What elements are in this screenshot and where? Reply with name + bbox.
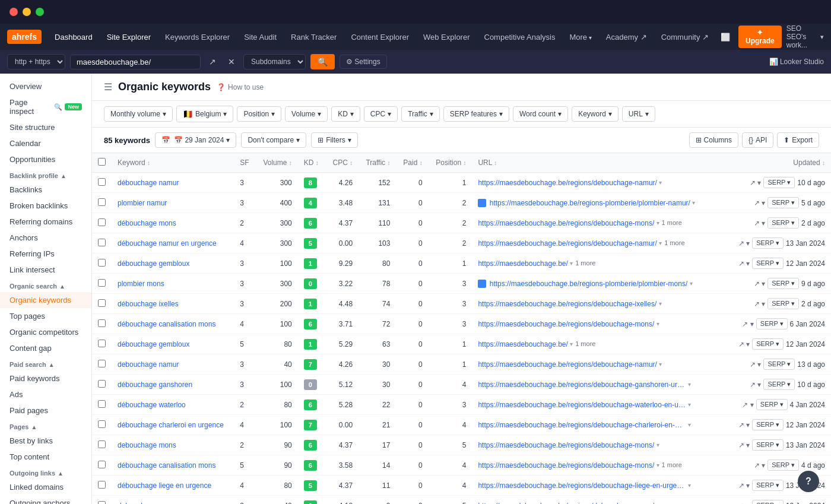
url-link[interactable]: https://maesdebouchage.be/regions/debouc… (478, 421, 686, 429)
position-header[interactable]: Position ↕ (429, 153, 472, 173)
word-count-filter[interactable]: Word count ▾ (513, 106, 568, 122)
serp-button[interactable]: SERP ▾ (756, 318, 788, 329)
sidebar-item-site-structure[interactable]: Site structure (0, 119, 91, 135)
serp-button[interactable]: SERP ▾ (767, 197, 799, 208)
keyword-link[interactable]: debouchage wc mons (118, 502, 187, 505)
row-checkbox-cell[interactable] (92, 233, 112, 253)
row-checkbox[interactable] (98, 299, 106, 307)
help-button[interactable]: ? (798, 471, 819, 492)
url-link[interactable]: https://maesdebouchage.be/regions-plombe… (490, 199, 690, 207)
sidebar-item-organic-keywords[interactable]: Organic keywords (0, 292, 91, 308)
keyword-link[interactable]: débouchage mons (118, 219, 176, 227)
url-dropdown[interactable]: ▾ (570, 341, 573, 347)
url-dropdown[interactable]: ▾ (570, 260, 573, 267)
traffic-light-red[interactable] (9, 8, 18, 16)
compare-button[interactable]: Don't compare ▾ (241, 132, 306, 148)
serp-button[interactable]: SERP ▾ (763, 379, 795, 390)
trend-button[interactable]: ↗ ▾ (738, 421, 750, 429)
row-checkbox[interactable] (98, 340, 106, 347)
sidebar-item-best-by-links[interactable]: Best by links (0, 433, 91, 449)
url-dropdown[interactable]: ▾ (688, 401, 691, 408)
row-checkbox-cell[interactable] (92, 415, 112, 435)
nav-keywords-explorer[interactable]: Keywords Explorer (159, 29, 236, 45)
sidebar-item-opportunities[interactable]: Opportunities (0, 151, 91, 167)
looker-studio-button[interactable]: 📊 Looker Studio (769, 58, 824, 66)
url-dropdown[interactable]: ▾ (688, 421, 691, 428)
trend-button[interactable]: ↗ ▾ (754, 461, 765, 470)
settings-button[interactable]: ⚙ Settings (340, 55, 387, 69)
sidebar-section-backlink[interactable]: Backlink profile ▲ (0, 167, 91, 182)
sidebar-item-organic-competitors[interactable]: Organic competitors (0, 324, 91, 340)
nav-site-explorer[interactable]: Site Explorer (101, 29, 157, 45)
serp-button[interactable]: SERP ▾ (752, 500, 784, 504)
more-link[interactable]: 1 more (662, 219, 682, 226)
nav-web-explorer[interactable]: Web Explorer (417, 29, 476, 45)
row-checkbox-cell[interactable] (92, 294, 112, 314)
sidebar-item-calendar[interactable]: Calendar (0, 135, 91, 151)
sidebar-item-referring-ips[interactable]: Referring IPs (0, 246, 91, 262)
row-checkbox[interactable] (98, 481, 106, 489)
row-checkbox-cell[interactable] (92, 173, 112, 193)
sidebar-item-link-intersect[interactable]: Link intersect (0, 262, 91, 278)
url-dropdown[interactable]: ▾ (690, 280, 693, 287)
row-checkbox-cell[interactable] (92, 435, 112, 455)
sidebar-item-paid-pages[interactable]: Paid pages (0, 402, 91, 419)
url-dropdown[interactable]: ▾ (688, 482, 691, 489)
row-checkbox[interactable] (98, 279, 106, 287)
serp-button[interactable]: SERP ▾ (763, 359, 795, 370)
serp-button[interactable]: SERP ▾ (756, 399, 788, 410)
serp-button[interactable]: SERP ▾ (752, 419, 784, 430)
serp-button[interactable]: SERP ▾ (752, 237, 784, 249)
volume-filter[interactable]: Volume ▾ (285, 106, 328, 122)
row-checkbox[interactable] (98, 239, 106, 246)
sidebar-item-top-pages[interactable]: Top pages (0, 308, 91, 324)
kd-filter[interactable]: KD ▾ (331, 106, 360, 122)
sidebar-item-referring-domains[interactable]: Referring domains (0, 214, 91, 230)
url-link[interactable]: https://maesdebouchage.be/regions/debouc… (478, 300, 656, 308)
cpc-header[interactable]: CPC ↕ (325, 153, 359, 173)
date-button[interactable]: 📅 📅 29 Jan 2024 ▾ (155, 132, 236, 148)
trend-button[interactable]: ↗ ▾ (738, 259, 750, 268)
url-link[interactable]: https://maesdebouchage.be/regions/debouc… (478, 381, 686, 389)
serp-button[interactable]: SERP ▾ (767, 298, 799, 309)
sidebar-section-paid[interactable]: Paid search ▲ (0, 356, 91, 370)
sidebar-item-paid-keywords[interactable]: Paid keywords (0, 370, 91, 386)
position-filter[interactable]: Position ▾ (237, 106, 281, 122)
row-checkbox[interactable] (98, 420, 106, 428)
sidebar-item-backlinks[interactable]: Backlinks (0, 182, 91, 198)
url-filter[interactable]: URL ▾ (622, 106, 655, 122)
trend-button[interactable]: ↗ ▾ (750, 360, 761, 369)
keyword-link[interactable]: plombier namur (118, 199, 167, 207)
row-checkbox-cell[interactable] (92, 375, 112, 395)
keyword-link[interactable]: débouchage gembloux (118, 340, 189, 348)
keyword-link[interactable]: débouchage charleroi en urgence (118, 421, 224, 429)
nav-academy[interactable]: Academy ↗ (600, 29, 653, 45)
clear-url-btn[interactable]: ✕ (224, 56, 239, 68)
sidebar-item-ads[interactable]: Ads (0, 386, 91, 402)
nav-competitive-analysis[interactable]: Competitive Analysis (478, 29, 562, 45)
row-checkbox-cell[interactable] (92, 193, 112, 213)
row-checkbox-cell[interactable] (92, 395, 112, 415)
url-link[interactable]: https://maesdebouchage.be/regions/debouc… (478, 481, 686, 490)
trend-button[interactable]: ↗ ▾ (750, 381, 761, 389)
ahrefs-logo[interactable]: ahrefs (7, 30, 42, 44)
url-link[interactable]: https://maesdebouchage.be/regions/debouc… (478, 502, 654, 504)
filters-button[interactable]: ⊞ Filters ▾ (311, 132, 358, 148)
more-link[interactable]: 1 more (575, 259, 595, 267)
serp-button[interactable]: SERP ▾ (752, 338, 784, 350)
monthly-volume-filter[interactable]: Monthly volume ▾ (104, 106, 173, 122)
url-link[interactable]: https://maesdebouchage.be/regions/debouc… (478, 320, 654, 328)
sidebar-section-outgoing[interactable]: Outgoing links ▲ (0, 465, 91, 479)
columns-button[interactable]: ⊞ Columns (689, 132, 738, 148)
row-checkbox[interactable] (98, 400, 106, 408)
keyword-link[interactable]: débouchage namur (118, 179, 179, 187)
row-checkbox-cell[interactable] (92, 274, 112, 294)
row-checkbox-cell[interactable] (92, 455, 112, 476)
upgrade-button[interactable]: ✦ Upgrade (738, 26, 782, 48)
url-input[interactable] (70, 55, 201, 69)
select-all-header[interactable] (92, 153, 112, 173)
serp-button[interactable]: SERP ▾ (752, 439, 784, 451)
trend-button[interactable]: ↗ ▾ (738, 502, 750, 505)
row-checkbox-cell[interactable] (92, 253, 112, 274)
nav-site-audit[interactable]: Site Audit (238, 29, 283, 45)
